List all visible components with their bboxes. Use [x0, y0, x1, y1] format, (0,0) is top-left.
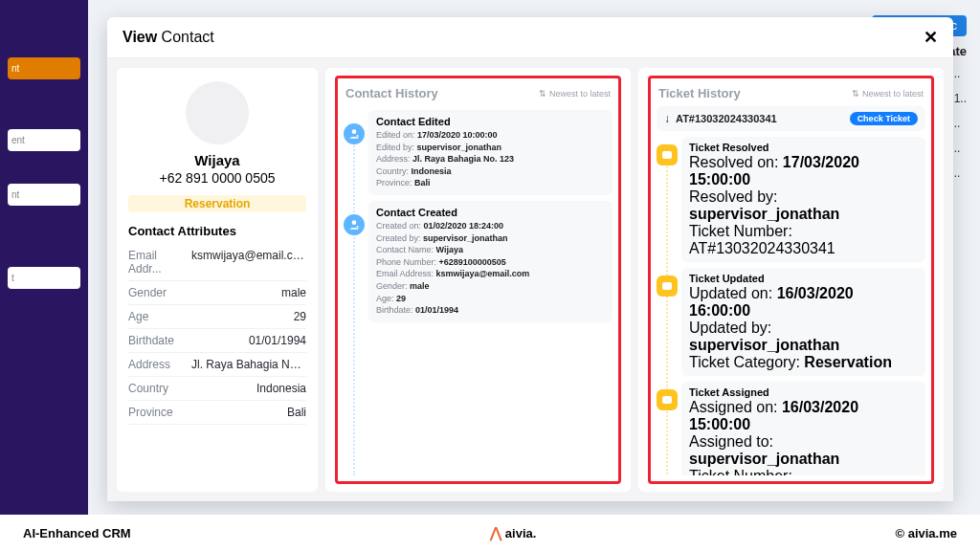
contact-history-timeline: Contact EditedEdited on: 17/03/2020 10:0… [344, 106, 612, 475]
sidebar: nt ent nt t [0, 0, 88, 551]
sidebar-item[interactable]: ent [8, 129, 80, 151]
reservation-badge: Reservation [128, 195, 306, 212]
page-footer: AI-Enhanced CRM ⋀aivia. © aivia.me [0, 515, 980, 551]
contact-profile-panel: Wijaya +62 891 0000 0505 Reservation Con… [117, 68, 318, 492]
ticket-icon [657, 389, 678, 410]
contact-name: Wijaya [194, 152, 239, 168]
ticket-icon [657, 276, 678, 297]
expand-icon: ↓ [664, 112, 670, 125]
contact-phone: +62 891 0000 0505 [159, 170, 275, 186]
sort-icon: ⇅ [852, 89, 859, 99]
modal-title: View Contact [122, 29, 214, 46]
attribute-value: 29 [294, 310, 306, 323]
attribute-key: Email Addr... [128, 249, 191, 276]
attribute-key: Age [128, 310, 148, 323]
person-sync-icon [344, 123, 365, 144]
sort-toggle[interactable]: ⇅Newest to latest [852, 89, 924, 99]
ticket-event: Ticket ResolvedResolved on: 17/03/2020 1… [681, 137, 925, 262]
ticket-history-panel: Ticket History ⇅Newest to latest ↓ AT#13… [638, 68, 944, 492]
ticket-row[interactable]: ↓ AT#13032024330341 Check Ticket [657, 106, 925, 131]
attribute-value: Bali [287, 406, 306, 419]
attribute-row: Email Addr...ksmwijaya@email.com [128, 244, 306, 281]
attribute-value: male [281, 286, 306, 299]
history-event: Contact CreatedCreated on: 01/02/2020 18… [368, 201, 612, 322]
attribute-row: Gendermale [128, 281, 306, 305]
ticket-link[interactable]: AT#13032024330341 [689, 240, 835, 256]
view-contact-modal: View Contact ✕ Wijaya +62 891 0000 0505 … [107, 17, 953, 501]
svg-point-1 [352, 220, 357, 225]
attribute-value: Indonesia [256, 382, 306, 395]
attributes-heading: Contact Attributes [128, 224, 306, 238]
attribute-row: Birthdate01/01/1994 [128, 329, 306, 353]
close-icon[interactable]: ✕ [924, 27, 938, 48]
ticket-events-timeline: Ticket ResolvedResolved on: 17/03/2020 1… [657, 137, 925, 475]
ticket-event: Ticket UpdatedUpdated on: 16/03/2020 16:… [681, 268, 925, 376]
sidebar-item[interactable]: nt [8, 57, 80, 79]
modal-header: View Contact ✕ [107, 17, 953, 58]
attribute-row: CountryIndonesia [128, 377, 306, 401]
avatar [186, 81, 249, 144]
attribute-value: 01/01/1994 [249, 334, 306, 347]
attribute-row: ProvinceBali [128, 401, 306, 425]
check-ticket-button[interactable]: Check Ticket [850, 112, 918, 125]
contact-history-panel: Contact History ⇅Newest to latest Contac… [325, 68, 631, 492]
person-sync-icon [344, 214, 365, 235]
ticket-event: Ticket AssignedAssigned on: 16/03/2020 1… [681, 382, 925, 475]
footer-right: © aivia.me [895, 526, 957, 540]
svg-point-0 [352, 129, 357, 134]
brand-logo: ⋀aivia. [490, 524, 537, 541]
attribute-key: Country [128, 382, 168, 395]
footer-left: AI-Enhanced CRM [23, 526, 131, 540]
attribute-value: ksmwijaya@email.com [191, 249, 306, 276]
sidebar-item[interactable]: t [8, 267, 80, 289]
attribute-key: Province [128, 406, 173, 419]
attribute-value: Jl. Raya Bahagia No. 123 [191, 358, 306, 371]
attribute-row: AddressJl. Raya Bahagia No. 123 [128, 353, 306, 377]
sidebar-item[interactable]: nt [8, 184, 80, 206]
ticket-id: AT#13032024330341 [676, 113, 777, 124]
attribute-key: Address [128, 358, 170, 371]
contact-history-title: Contact History [345, 86, 438, 100]
history-event: Contact EditedEdited on: 17/03/2020 10:0… [368, 110, 612, 195]
attribute-row: Age29 [128, 305, 306, 329]
attribute-key: Gender [128, 286, 167, 299]
attribute-key: Birthdate [128, 334, 174, 347]
logo-icon: ⋀ [490, 524, 501, 541]
sort-toggle[interactable]: ⇅Newest to latest [539, 89, 611, 99]
ticket-history-title: Ticket History [658, 86, 741, 100]
ticket-icon [657, 144, 678, 165]
sort-icon: ⇅ [539, 89, 546, 99]
